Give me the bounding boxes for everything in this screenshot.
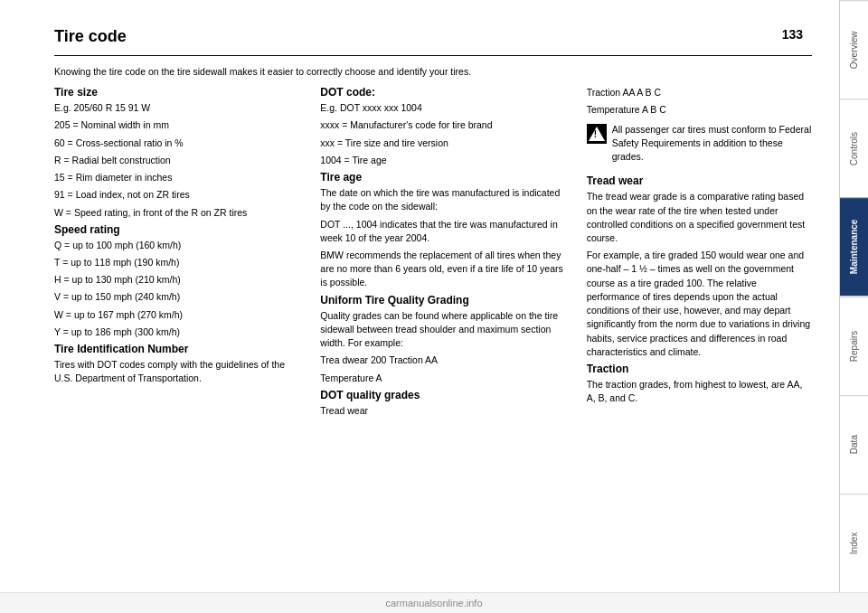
left-column: Tire size E.g. 205/60 R 15 91 W 205 = No… bbox=[54, 86, 302, 421]
sidebar: Overview Controls Maintenance Repairs Da… bbox=[839, 0, 868, 592]
tire-size-91: 91 = Load index, not on ZR tires bbox=[54, 188, 302, 202]
right-column: Traction AA A B C Temperature A B C ! Al… bbox=[587, 86, 812, 421]
traction-text: The traction grades, from highest to low… bbox=[587, 378, 812, 405]
tire-size-15: 15 = Rim diameter in inches bbox=[54, 171, 302, 184]
utqg-section: Uniform Tire Quality Grading Quality gra… bbox=[320, 294, 568, 385]
speed-h: H = up to 130 mph (210 km/h) bbox=[54, 273, 302, 287]
speed-v: V = up to 150 mph (240 km/h) bbox=[54, 290, 302, 304]
traction-section: Traction The traction grades, from highe… bbox=[587, 363, 812, 405]
tin-text: Tires with DOT codes comply with the gui… bbox=[54, 358, 302, 385]
watermark: carmanualsonline.info bbox=[0, 592, 868, 613]
dot-xxxx: xxxx = Manufacturer's code for tire bran… bbox=[320, 118, 568, 132]
sidebar-item-index[interactable]: Index bbox=[840, 494, 868, 592]
intro-text: Knowing the tire code on the tire sidewa… bbox=[54, 65, 812, 79]
sidebar-item-overview[interactable]: Overview bbox=[840, 0, 868, 99]
sidebar-item-maintenance[interactable]: Maintenance bbox=[840, 197, 868, 296]
warning-icon: ! bbox=[587, 124, 607, 144]
tire-age-title: Tire age bbox=[320, 171, 568, 184]
warning-box: ! All passenger car tires must conform t… bbox=[587, 123, 812, 168]
tread-wear-text2: For example, a tire graded 150 would wea… bbox=[587, 249, 812, 359]
speed-rating-title: Speed rating bbox=[54, 223, 302, 236]
dot-xxx: xxx = Tire size and tire version bbox=[320, 137, 568, 150]
speed-rating-section: Speed rating Q = up to 100 mph (160 km/h… bbox=[54, 223, 302, 339]
dot-quality-section: DOT quality grades Tread wear bbox=[320, 389, 568, 418]
tire-age-text1: The date on which the tire was manufactu… bbox=[320, 186, 568, 213]
page-number: 133 bbox=[782, 27, 803, 42]
middle-column: DOT code: E.g. DOT xxxx xxx 1004 xxxx = … bbox=[320, 86, 568, 421]
sidebar-item-controls[interactable]: Controls bbox=[840, 99, 868, 197]
utqg-text1: Quality grades can be found where applic… bbox=[320, 309, 568, 351]
tire-size-r: R = Radial belt construction bbox=[54, 154, 302, 167]
sidebar-item-data[interactable]: Data bbox=[840, 395, 868, 494]
tire-age-text2: DOT ..., 1004 indicates that the tire wa… bbox=[320, 218, 568, 245]
main-content: Tire code 133 Knowing the tire code on t… bbox=[0, 0, 839, 592]
dot-quality-title: DOT quality grades bbox=[320, 389, 568, 401]
tin-title: Tire Identification Number bbox=[54, 343, 302, 355]
content-area: Tire size E.g. 205/60 R 15 91 W 205 = No… bbox=[54, 86, 812, 421]
tire-size-w: W = Speed rating, in front of the R on Z… bbox=[54, 206, 302, 220]
dot-1004: 1004 = Tire age bbox=[320, 154, 568, 167]
utqg-title: Uniform Tire Quality Grading bbox=[320, 294, 568, 306]
tire-size-eg: E.g. 205/60 R 15 91 W bbox=[54, 101, 302, 115]
dot-code-section: DOT code: E.g. DOT xxxx xxx 1004 xxxx = … bbox=[320, 86, 568, 167]
tire-age-section: Tire age The date on which the tire was … bbox=[320, 171, 568, 290]
tire-size-title: Tire size bbox=[54, 86, 302, 99]
page-title: Tire code bbox=[54, 27, 127, 46]
tire-age-text3: BMW recommends the replacement of all ti… bbox=[320, 249, 568, 290]
warning-text: All passenger car tires must conform to … bbox=[612, 123, 812, 165]
dot-quality-tread: Tread wear bbox=[320, 404, 568, 418]
tire-size-205: 205 = Nominal width in mm bbox=[54, 118, 302, 132]
tread-wear-section: Tread wear The tread wear grade is a com… bbox=[587, 174, 812, 359]
speed-t: T = up to 118 mph (190 km/h) bbox=[54, 256, 302, 269]
tread-wear-text1: The tread wear grade is a comparative ra… bbox=[587, 190, 812, 245]
utqg-example1: Trea dwear 200 Traction AA bbox=[320, 354, 568, 367]
traction-line1: Traction AA A B C bbox=[587, 86, 812, 99]
sidebar-item-repairs[interactable]: Repairs bbox=[840, 297, 868, 395]
page-header: Tire code 133 bbox=[54, 27, 812, 46]
tire-size-section: Tire size E.g. 205/60 R 15 91 W 205 = No… bbox=[54, 86, 302, 220]
tread-wear-title: Tread wear bbox=[587, 174, 812, 187]
speed-q: Q = up to 100 mph (160 km/h) bbox=[54, 239, 302, 252]
utqg-example2: Temperature A bbox=[320, 372, 568, 385]
speed-y: Y = up to 186 mph (300 km/h) bbox=[54, 325, 302, 339]
dot-eg: E.g. DOT xxxx xxx 1004 bbox=[320, 101, 568, 115]
header-rule bbox=[54, 55, 812, 56]
speed-w: W = up to 167 mph (270 km/h) bbox=[54, 308, 302, 322]
tire-size-60: 60 = Cross-sectional ratio in % bbox=[54, 137, 302, 150]
traction-section-title: Traction bbox=[587, 363, 812, 375]
dot-code-title: DOT code: bbox=[320, 86, 568, 99]
temperature-line: Temperature A B C bbox=[587, 103, 812, 117]
tin-section: Tire Identification Number Tires with DO… bbox=[54, 343, 302, 385]
